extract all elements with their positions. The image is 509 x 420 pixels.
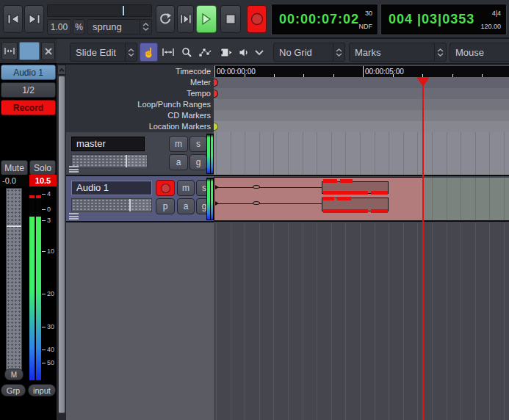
automation-button[interactable]: a [177, 198, 195, 214]
gain-fader[interactable] [6, 188, 22, 372]
canvas-empty-area[interactable] [214, 223, 509, 420]
shuttle-position-marker[interactable] [123, 6, 124, 15]
shuttle-speed-slider[interactable] [47, 4, 152, 17]
channel-count-button[interactable]: 1/2 [1, 82, 56, 98]
range-icon [162, 48, 174, 57]
stepper-arrows-icon[interactable] [333, 43, 344, 61]
clip-indicator [323, 191, 368, 195]
record-arm-strip-button[interactable]: Record [1, 100, 56, 115]
group-track-button[interactable]: g [189, 154, 207, 170]
secondary-clock[interactable]: 004 |03|0353 4|4 120.00 [380, 4, 507, 35]
audition-tool-button[interactable] [236, 43, 250, 62]
speaker-icon [239, 48, 248, 57]
gain-display[interactable]: -0.0 [0, 175, 28, 187]
daw-window: 1.00 % sprung 00:00:07:02 30 NDF [0, 0, 509, 420]
stepper-arrows-icon[interactable] [125, 43, 137, 61]
track-gain-fader[interactable] [71, 198, 152, 212]
track-menu-icon[interactable] [69, 213, 79, 220]
master-track-lane[interactable] [214, 132, 509, 176]
strip-tab[interactable] [19, 42, 40, 60]
stop-button[interactable] [220, 5, 241, 33]
primary-clock[interactable]: 00:00:07:02 30 NDF [271, 4, 378, 35]
automation-button[interactable]: a [169, 154, 188, 170]
track-name-field[interactable]: master [71, 137, 145, 151]
timecode-tick-label: 00:00:00:00 [217, 68, 256, 76]
scale-tick: 40 [42, 346, 54, 353]
audio-region-recording[interactable] [214, 177, 423, 221]
ruler-label-loop-punch[interactable]: Loop/Punch Ranges [68, 99, 211, 110]
ruler-label-cd-markers[interactable]: CD Markers [68, 110, 211, 121]
meter-scale: 4 0 3 10 20 30 40 50 [42, 188, 57, 380]
solo-track-button[interactable]: s [189, 136, 207, 152]
shuttle-unit-button[interactable]: % [73, 19, 85, 35]
go-to-end-button[interactable] [24, 5, 44, 33]
grab-tool-button[interactable]: ☝ [140, 43, 158, 62]
play-icon [201, 13, 212, 25]
group-button[interactable]: Grp [1, 384, 26, 397]
loop-punch-ruler[interactable] [214, 99, 509, 110]
timefx-icon [220, 48, 232, 57]
mono-button[interactable]: M [4, 369, 24, 380]
input-button[interactable]: input [28, 384, 56, 397]
skip-start-icon [7, 14, 19, 24]
scroll-up-button[interactable] [57, 65, 66, 75]
edit-point-select[interactable]: Mouse [450, 43, 509, 62]
ruler-label-timecode[interactable]: Timecode [68, 66, 211, 77]
playlist-button[interactable]: p [156, 198, 175, 214]
go-to-start-button[interactable] [3, 5, 23, 33]
play-range-button[interactable] [177, 5, 194, 33]
meter-marker[interactable] [214, 79, 218, 87]
playhead-line[interactable] [422, 77, 424, 420]
scrollbar-thumb[interactable] [58, 76, 65, 413]
edit-mode-select[interactable]: Slide Edit [70, 43, 137, 62]
ruler-label-tempo[interactable]: Tempo [68, 88, 211, 99]
waveform-baseline [216, 187, 323, 188]
playhead-marker[interactable] [416, 77, 430, 87]
mute-track-button[interactable]: m [169, 136, 188, 152]
meter-ruler[interactable] [214, 77, 509, 88]
cd-marker-ruler[interactable] [214, 110, 509, 121]
stepper-arrows-icon[interactable] [434, 43, 446, 61]
snap-mode-select[interactable]: Marks [349, 43, 447, 62]
location-marker-ruler[interactable] [214, 121, 509, 132]
track-header-audio1[interactable]: Audio 1 m s p a g [66, 176, 214, 222]
ruler-label-location-markers[interactable]: Location Markers [68, 121, 211, 132]
track-menu-icon[interactable] [69, 166, 79, 173]
track-header-master[interactable]: master m s a g [66, 132, 214, 176]
timecode-display: 00:00:07:02 [279, 12, 359, 27]
track-gain-fader[interactable] [71, 154, 148, 168]
play-button[interactable] [196, 5, 217, 33]
tempo-ruler[interactable] [214, 88, 509, 99]
timecode-ruler[interactable]: 00:00:00:00 00:00:05:00 [214, 66, 509, 77]
tempo-marker[interactable] [214, 90, 218, 98]
ruler-label-meter[interactable]: Meter [68, 77, 211, 88]
close-strip-button[interactable] [41, 42, 55, 60]
zoom-tool-button[interactable] [178, 43, 195, 62]
grid-mode-select[interactable]: No Grid [273, 43, 345, 62]
more-tools-button[interactable] [253, 43, 266, 62]
stepper-arrows-icon[interactable] [140, 20, 151, 34]
peak-display[interactable]: 10.5 [29, 175, 57, 187]
draw-automation-tool-button[interactable] [197, 43, 214, 62]
location-marker[interactable] [214, 123, 218, 131]
stretch-tool-button[interactable] [217, 43, 234, 62]
editor-mixer-strip: Audio 1 1/2 Record Mute Solo -0.0 10.5 4… [0, 39, 57, 420]
mute-button[interactable]: Mute [1, 160, 28, 175]
record-arm-track-button[interactable] [156, 180, 175, 196]
editor-vertical-scrollbar[interactable] [57, 65, 66, 420]
shuttle-speed-value[interactable]: 1.00 [47, 19, 71, 35]
mute-track-button[interactable]: m [177, 180, 195, 196]
shrink-strip-button[interactable] [1, 42, 18, 60]
editor-canvas[interactable]: 00:00:00:00 00:00:05:00 [214, 65, 509, 420]
edit-point-label: Mouse [450, 47, 509, 58]
loop-playback-button[interactable] [156, 5, 175, 33]
fader-handle[interactable] [7, 225, 21, 227]
shuttle-mode-select[interactable]: sprung [87, 19, 152, 35]
record-enable-button[interactable] [247, 5, 267, 33]
track-meter [206, 178, 214, 220]
strip-name-button[interactable]: Audio 1 [1, 65, 56, 80]
track-name-field[interactable]: Audio 1 [71, 181, 152, 195]
solo-button[interactable]: Solo [29, 160, 56, 175]
hand-cursor-icon: ☝ [142, 47, 154, 58]
range-tool-button[interactable] [160, 43, 176, 62]
